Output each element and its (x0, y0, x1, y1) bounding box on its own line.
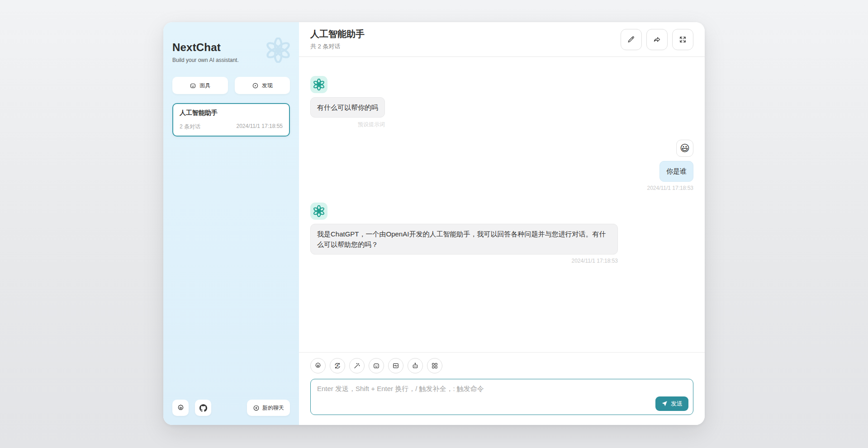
chat-item-time: 2024/11/1 17:18:55 (236, 123, 283, 131)
sidebar-footer: 新的聊天 (172, 400, 290, 416)
bot-avatar (310, 76, 327, 93)
clear-context-button[interactable] (388, 358, 403, 373)
bot-message-bubble[interactable]: 我是ChatGPT，一个由OpenAI开发的人工智能助手，我可以回答各种问题并与… (310, 224, 618, 255)
robot-icon (412, 362, 419, 369)
discover-button-label: 发现 (262, 82, 273, 90)
discover-icon (252, 82, 259, 89)
openai-flower-watermark-icon (266, 38, 291, 63)
theme-toggle-button[interactable]: A (330, 358, 345, 373)
edit-pencil-icon (627, 36, 635, 43)
chat-header-actions (621, 29, 693, 50)
plus-circle-icon (253, 405, 260, 411)
clear-context-icon (392, 362, 399, 369)
paper-plane-icon (661, 401, 668, 407)
chat-list: 人工智能助手 2 条对话 2024/11/1 17:18:55 (172, 103, 290, 400)
theme-auto-icon: A (334, 362, 341, 369)
chat-title[interactable]: 人工智能助手 (310, 28, 365, 40)
bot-avatar (310, 203, 327, 220)
chat-masks-button[interactable] (369, 358, 384, 373)
bot-message-bubble[interactable]: 有什么可以帮你的吗 (310, 97, 385, 118)
chat-main: 人工智能助手 共 2 条对话 (299, 22, 705, 425)
chat-item-meta: 2 条对话 2024/11/1 17:18:55 (180, 123, 283, 131)
shortcut-grid-button[interactable] (427, 358, 442, 373)
user-message-timestamp: 2024/11/1 17:18:53 (647, 185, 693, 191)
chat-item-count: 2 条对话 (180, 123, 200, 131)
share-chat-button[interactable] (646, 29, 668, 50)
rename-chat-button[interactable] (621, 29, 642, 50)
discover-button[interactable]: 发现 (235, 77, 290, 94)
openai-flower-icon (313, 79, 325, 90)
masks-button-label: 面具 (199, 82, 210, 90)
model-select-button[interactable] (408, 358, 423, 373)
preset-prompt-hint: 预设提示词 (358, 121, 385, 128)
sidebar: NextChat Build your own AI assistant. (163, 22, 299, 425)
user-message-bubble[interactable]: 你是谁 (659, 161, 693, 181)
chat-message-count: 共 2 条对话 (310, 42, 365, 51)
github-icon (199, 404, 207, 412)
composer: A (299, 352, 705, 425)
user-avatar: 😃 (676, 140, 693, 157)
new-chat-button[interactable]: 新的聊天 (247, 400, 290, 416)
openai-flower-icon (313, 205, 325, 217)
send-button[interactable]: 发送 (655, 396, 688, 411)
chat-item-title: 人工智能助手 (180, 109, 283, 117)
bot-message: 有什么可以帮你的吗 预设提示词 (310, 76, 693, 128)
fullscreen-button[interactable] (672, 29, 693, 50)
sidebar-actions: 面具 发现 (172, 77, 290, 94)
chat-message-list[interactable]: 有什么可以帮你的吗 预设提示词 😃 你是谁 2024/11/1 17:18:53 (299, 57, 705, 352)
chat-settings-button[interactable] (310, 358, 326, 373)
user-message: 😃 你是谁 2024/11/1 17:18:53 (310, 140, 693, 191)
bot-message-body: 我是ChatGPT，一个由OpenAI开发的人工智能助手，我可以回答各种问题并与… (310, 220, 618, 264)
chat-input[interactable] (310, 379, 693, 415)
bot-message-body: 有什么可以帮你的吗 预设提示词 (310, 93, 385, 128)
chat-header: 人工智能助手 共 2 条对话 (299, 22, 705, 57)
magic-wand-icon (353, 362, 360, 369)
send-button-label: 发送 (671, 400, 683, 408)
composer-toolbar: A (310, 358, 693, 373)
chat-list-item-selected[interactable]: 人工智能助手 2 条对话 2024/11/1 17:18:55 (172, 103, 290, 137)
new-chat-button-label: 新的聊天 (262, 404, 284, 412)
sidebar-header: NextChat Build your own AI assistant. (172, 41, 290, 63)
input-wrap: 发送 (310, 379, 693, 417)
gear-icon (177, 404, 185, 412)
gear-icon (314, 362, 322, 369)
mask-icon (190, 82, 196, 89)
fullscreen-expand-icon (679, 36, 687, 43)
grid-apps-icon (431, 362, 438, 369)
bot-message: 我是ChatGPT，一个由OpenAI开发的人工智能助手，我可以回答各种问题并与… (310, 203, 693, 264)
svg-text:A: A (337, 364, 339, 367)
bot-message-timestamp: 2024/11/1 17:18:53 (571, 258, 618, 264)
mask-icon (373, 362, 380, 369)
share-forward-icon (653, 36, 661, 43)
settings-button[interactable] (172, 400, 189, 416)
prompt-wand-button[interactable] (349, 358, 365, 373)
github-button[interactable] (195, 400, 211, 416)
chat-header-text: 人工智能助手 共 2 条对话 (310, 28, 365, 51)
nextchat-window: NextChat Build your own AI assistant. (163, 22, 705, 425)
masks-button[interactable]: 面具 (172, 77, 228, 94)
